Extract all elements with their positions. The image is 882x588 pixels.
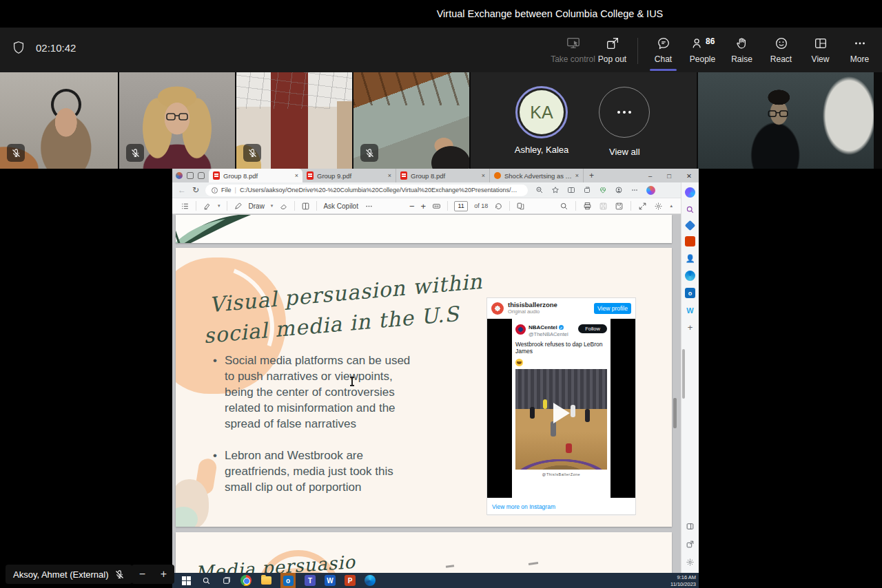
split-screen-icon[interactable] <box>567 186 575 194</box>
collapse-toolbar-icon[interactable]: ▴ <box>670 203 673 209</box>
more-button[interactable]: More <box>840 31 879 69</box>
taskbar-search-icon[interactable] <box>201 575 212 586</box>
zoom-in-button[interactable]: + <box>161 568 167 580</box>
participant-avatar-item[interactable]: KA Ashley, Kalea <box>515 86 569 155</box>
tweet-author-handle: @TheNBACentel <box>529 331 575 337</box>
chevron-down-icon[interactable]: ▾ <box>218 203 220 209</box>
save-icon[interactable] <box>599 202 608 211</box>
participant-video[interactable] <box>353 72 469 169</box>
tab-close-icon[interactable]: × <box>482 172 485 179</box>
add-sidebar-item-icon[interactable]: + <box>685 322 695 333</box>
workspaces-icon[interactable] <box>198 172 205 179</box>
pop-out-button[interactable]: Pop out <box>593 31 632 69</box>
play-icon[interactable] <box>553 403 570 423</box>
table-of-contents-icon[interactable] <box>181 202 189 211</box>
loop-sidebar-icon[interactable] <box>685 271 695 281</box>
fullscreen-icon[interactable] <box>638 202 647 211</box>
page-number-input[interactable]: 11 <box>454 201 468 211</box>
powerpoint-taskbar-icon[interactable]: P <box>345 575 356 586</box>
back-icon[interactable]: ← <box>178 185 186 195</box>
highlight-icon[interactable] <box>203 202 212 211</box>
info-icon[interactable]: i <box>212 187 218 193</box>
outlook-taskbar-icon[interactable]: o <box>280 573 296 588</box>
browser-tab[interactable]: Group 8.pdf × <box>209 169 302 182</box>
tab-close-icon[interactable]: × <box>575 172 579 179</box>
designer-sidebar-icon[interactable] <box>685 220 696 231</box>
taskbar-clock[interactable]: 9:16 AM 11/10/2023 <box>670 574 696 588</box>
outlook-sidebar-icon[interactable]: o <box>685 288 695 298</box>
follow-button[interactable]: Follow <box>578 324 607 333</box>
view-profile-button[interactable]: View profile <box>594 303 631 314</box>
pdf-scrollbar-thumb[interactable] <box>673 398 677 428</box>
rotate-icon[interactable] <box>494 202 503 211</box>
file-explorer-taskbar-icon[interactable] <box>261 576 271 585</box>
page-view-icon[interactable] <box>301 202 310 211</box>
browser-profile-avatar[interactable] <box>176 172 183 179</box>
draw-icon[interactable] <box>234 202 243 211</box>
people-button[interactable]: 86 People <box>683 31 722 69</box>
tab-actions-icon[interactable] <box>187 172 194 179</box>
view-more-link[interactable]: View more on Instagram <box>492 503 555 510</box>
participant-video[interactable] <box>236 72 352 169</box>
collections-icon[interactable] <box>583 186 591 194</box>
settings-more-icon[interactable] <box>630 186 639 194</box>
more-tools-icon[interactable] <box>365 202 373 211</box>
more-icon <box>852 36 868 51</box>
pdf-settings-icon[interactable] <box>654 202 663 211</box>
microsoft365-sidebar-icon[interactable] <box>685 236 695 246</box>
sidebar-panel-icon[interactable] <box>685 521 695 532</box>
window-maximize-button[interactable]: □ <box>667 172 671 180</box>
zoom-out-button[interactable]: − <box>409 201 415 211</box>
chat-button[interactable]: Chat <box>644 31 683 69</box>
people-sidebar-icon[interactable]: 👤 <box>685 253 695 264</box>
zoom-out-icon[interactable] <box>535 186 544 194</box>
refresh-icon[interactable]: ↻ <box>192 185 199 195</box>
participant-video[interactable] <box>0 72 118 169</box>
pdf-content-area[interactable]: Visual persuasion within social media in… <box>172 214 681 573</box>
sidebar-settings-icon[interactable] <box>685 557 695 567</box>
favorites-icon[interactable] <box>551 186 560 194</box>
view-button[interactable]: View <box>801 31 840 69</box>
search-icon[interactable] <box>560 202 568 211</box>
view-all-button[interactable]: View all <box>596 84 653 157</box>
zoom-in-button[interactable]: + <box>421 201 427 211</box>
erase-icon[interactable] <box>279 202 288 211</box>
browser-tab[interactable]: Group 9.pdf × <box>302 169 396 182</box>
zoom-out-button[interactable]: − <box>139 568 145 580</box>
save-as-icon[interactable] <box>615 202 624 211</box>
sidebar-scrollbar-thumb[interactable] <box>682 349 685 399</box>
fit-to-width-icon[interactable] <box>432 202 441 211</box>
teams-taskbar-icon[interactable]: T <box>305 575 316 586</box>
window-minimize-button[interactable]: – <box>648 172 652 180</box>
participant-video[interactable] <box>119 72 235 169</box>
open-external-icon[interactable] <box>685 539 695 549</box>
word-taskbar-icon[interactable]: W <box>325 575 336 586</box>
copilot-icon[interactable] <box>646 186 655 195</box>
word-sidebar-icon[interactable]: W <box>685 305 695 315</box>
raise-hand-button[interactable]: Raise <box>722 31 761 69</box>
edge-taskbar-icon[interactable] <box>365 575 376 586</box>
chevron-down-icon[interactable]: ▾ <box>271 203 274 209</box>
task-view-icon[interactable] <box>220 575 232 586</box>
url-field[interactable]: i File | C:/Users/aaksoy/OneDrive%20-%20… <box>205 185 528 196</box>
new-tab-button[interactable]: + <box>589 171 594 180</box>
video-thumbnail[interactable] <box>515 369 607 470</box>
ask-copilot-button[interactable]: Ask Copilot <box>323 202 358 210</box>
copilot-sidebar-icon[interactable] <box>685 187 695 198</box>
tab-close-icon[interactable]: × <box>295 172 298 179</box>
sidebar-search-icon[interactable] <box>685 204 695 215</box>
tab-close-icon[interactable]: × <box>388 172 391 179</box>
print-icon[interactable] <box>583 202 592 211</box>
browser-essentials-icon[interactable] <box>599 186 607 194</box>
window-close-button[interactable]: ✕ <box>686 172 692 180</box>
extensions-icon[interactable] <box>615 186 623 194</box>
browser-tab[interactable]: Group 8.pdf × <box>396 169 490 182</box>
start-button[interactable] <box>181 575 192 586</box>
draw-label[interactable]: Draw <box>249 202 265 210</box>
take-control-button[interactable]: Take control <box>553 31 593 69</box>
participant-video[interactable] <box>698 72 874 169</box>
chrome-taskbar-icon[interactable] <box>240 575 252 586</box>
browser-tab[interactable]: Shock Advertsing as A means to × <box>490 169 584 182</box>
react-button[interactable]: React <box>761 31 801 69</box>
thumbnail-view-icon[interactable] <box>516 202 525 211</box>
